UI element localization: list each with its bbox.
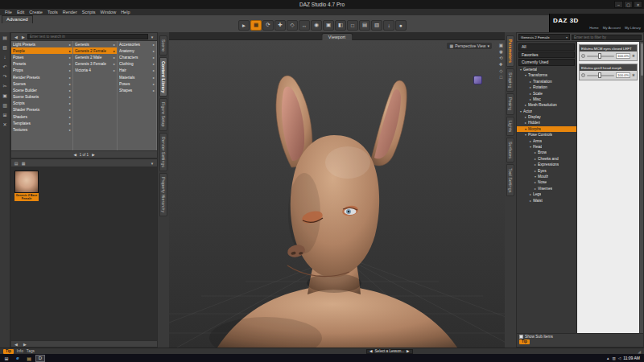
duplicate-icon[interactable]: ⊞ (1, 112, 10, 119)
view-cube-icon[interactable]: ▣ (499, 43, 503, 47)
frame-view-icon[interactable]: □ (500, 75, 502, 80)
save-file-icon[interactable]: ↓ (1, 54, 10, 61)
forward-icon[interactable]: ▶ (20, 35, 27, 39)
parameter-tree-item[interactable]: ▸Brow (517, 150, 576, 155)
library-figure-item[interactable]: Genesis▸ (73, 41, 117, 47)
library-folder-item[interactable]: Textures▸ (11, 126, 72, 133)
library-figure-item[interactable]: Genesis 2 Male▸ (73, 54, 117, 60)
minimize-button[interactable]: – (614, 1, 623, 8)
right-dock-tab[interactable]: Tool Settings (506, 164, 514, 196)
left-dock-tab[interactable]: Render Settings (159, 133, 167, 171)
show-sub-items-checkbox[interactable] (519, 335, 523, 339)
library-folder-item[interactable]: Presets▸ (11, 61, 72, 68)
account-link[interactable]: Home (589, 26, 598, 30)
volume-icon[interactable]: ◁ (618, 356, 621, 360)
dial-icon[interactable] (581, 73, 585, 77)
zoom-view-icon[interactable]: ◇ (499, 68, 502, 73)
lesson-selector[interactable]: ◀ Select a Lesson... ▶ (366, 349, 413, 354)
parameter-slider[interactable] (587, 56, 614, 57)
parameters-scrollbar[interactable] (639, 42, 643, 333)
lesson-next-icon[interactable]: ▶ (407, 349, 410, 353)
panel-options-icon[interactable]: ▾ (149, 161, 155, 166)
pager-next-icon[interactable]: ▶ (92, 153, 94, 157)
paste-icon[interactable]: ▥ (1, 102, 10, 109)
parameter-tree-item[interactable]: ▸Mesh Resolution (517, 102, 576, 108)
parameter-filter-button[interactable]: Favorites (518, 51, 575, 59)
figure-selector-dropdown[interactable]: Genesis 2 Female ▾ (518, 34, 570, 40)
library-category-item[interactable]: Accessories▸ (118, 41, 156, 47)
right-dock-tab[interactable]: Shaping (506, 68, 514, 92)
menu-item[interactable]: Tools (45, 10, 60, 14)
content-item-genesis2-base-female[interactable]: Genesis 2 Base Female (14, 171, 39, 201)
left-dock-tab[interactable]: Content Library (159, 57, 167, 97)
library-category-item[interactable]: Clothing▸ (118, 61, 156, 68)
parameter-filter-input[interactable] (572, 35, 642, 40)
open-scene-icon[interactable]: ▧ (371, 20, 382, 31)
lesson-prev-icon[interactable]: ◀ (369, 349, 373, 353)
open-file-icon[interactable]: ▧ (1, 44, 10, 51)
menu-item[interactable]: Edit (14, 10, 27, 14)
orbit-icon[interactable]: ◉ (499, 49, 503, 54)
library-folder-item[interactable]: Poses▸ (11, 54, 72, 60)
back-icon[interactable]: ◀ (13, 35, 19, 39)
content-search-input[interactable] (27, 34, 148, 39)
pan-view-icon[interactable]: ✚ (499, 62, 503, 67)
parameter-filter-button[interactable]: All (518, 43, 575, 51)
parameter-tree-item[interactable]: ▾Head (517, 144, 576, 150)
view-list-icon[interactable]: ▤ (13, 161, 19, 166)
spot-render-tool-icon[interactable]: ◧ (335, 20, 346, 31)
library-figure-item[interactable]: Genesis 2 Female▸ (73, 47, 117, 54)
account-link[interactable]: My Library (625, 26, 641, 30)
parameter-tree-item[interactable]: ▸Nose (517, 179, 576, 185)
copy-icon[interactable]: ▣ (1, 93, 10, 100)
tags-tab[interactable]: Tags (27, 349, 35, 353)
menu-item[interactable]: File (2, 10, 14, 14)
close-button[interactable]: ✕ (634, 1, 642, 8)
parameter-filter-button[interactable]: Currently Used (518, 59, 575, 66)
search-options-icon[interactable]: ▾ (149, 35, 155, 39)
parameter-value[interactable]: 100.0% (616, 53, 630, 59)
parameters-tip-button[interactable]: Tip (519, 339, 530, 344)
right-dock-tab[interactable]: Parameters (506, 35, 514, 67)
daz-studio-taskbar-icon[interactable]: D (35, 355, 45, 362)
parameter-tree-item[interactable]: ▾Morphs (517, 126, 576, 132)
geometry-editor-tool-icon[interactable]: ▦ (250, 20, 262, 31)
parameter-tree-item[interactable]: ▾Mouth (517, 174, 576, 179)
library-folder-item[interactable]: Props▸ (11, 68, 72, 74)
left-dock-tab[interactable]: Scene (159, 35, 167, 56)
parameter-tree-item[interactable]: ▸Visemes (517, 186, 576, 191)
parameter-tree-item[interactable]: ▸Arms (517, 138, 576, 143)
info-tab[interactable]: Info (17, 349, 23, 353)
dial-icon[interactable] (581, 54, 585, 58)
save-scene-icon[interactable]: ↓ (383, 20, 394, 31)
library-category-item[interactable]: Shapes▸ (118, 87, 156, 93)
results-next-icon[interactable]: ▶ (22, 342, 28, 347)
internet-explorer-icon[interactable]: e (13, 355, 23, 362)
library-category-item[interactable]: Poses▸ (118, 80, 156, 87)
parameter-tree-item[interactable]: ▾Transforms (517, 72, 576, 78)
rotate-view-icon[interactable]: ⟲ (499, 56, 503, 60)
viewport-canvas[interactable] (169, 40, 505, 348)
rotate-tool-icon[interactable]: ⟳ (262, 20, 274, 31)
active-pose-tool-icon[interactable]: ↔ (299, 20, 310, 31)
network-icon[interactable]: ▥ (613, 356, 616, 360)
right-dock-tab[interactable]: Surfaces (506, 138, 514, 162)
layout-tab-advanced[interactable]: Advanced (2, 15, 33, 23)
gear-icon[interactable]: ✱ (632, 73, 635, 77)
parameter-tree-item[interactable]: ▸Cheeks and (517, 156, 576, 162)
library-folder-item[interactable]: Light Presets▸ (11, 41, 72, 47)
slider-knob[interactable] (598, 53, 601, 59)
render-icon[interactable]: ● (395, 20, 407, 31)
parameter-tree-item[interactable]: ▾Pose Controls (517, 132, 576, 138)
view-selector-dropdown[interactable]: ▦ Perspective View ▾ (447, 43, 492, 49)
parameter-tree-item[interactable]: ▾Actor (517, 109, 576, 114)
surface-selection-tool-icon[interactable]: ▣ (323, 20, 334, 31)
scale-tool-icon[interactable]: ◇ (287, 20, 298, 31)
menu-item[interactable]: Help (118, 10, 132, 14)
parameter-value[interactable]: 100.0% (616, 72, 630, 78)
parameter-slider[interactable] (587, 75, 614, 76)
parameter-tree-item[interactable]: ▸Rotation (517, 84, 576, 90)
parameter-tree-item[interactable]: ▸Expressions (517, 162, 576, 167)
translate-tool-icon[interactable]: ✚ (275, 20, 286, 31)
parameter-tree-item[interactable]: ▾General (517, 67, 576, 72)
